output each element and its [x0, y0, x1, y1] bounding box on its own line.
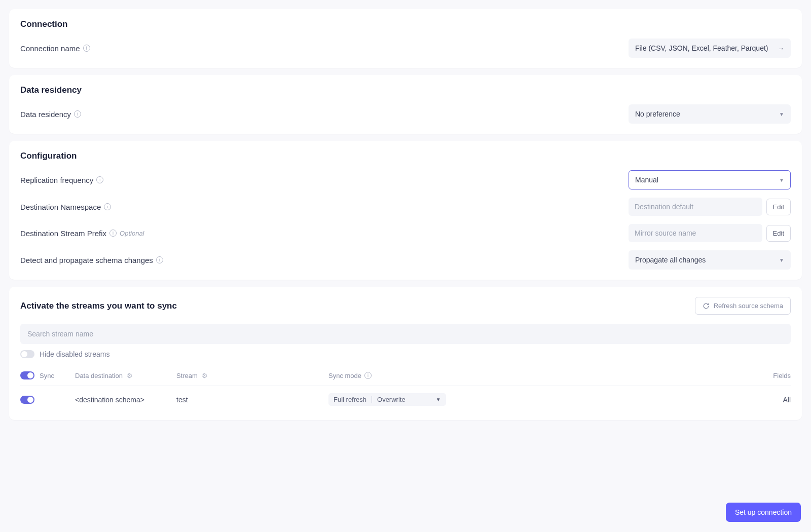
hide-disabled-toggle[interactable] [20, 350, 34, 358]
residency-card: Data residency Data residency i No prefe… [9, 75, 802, 134]
prefix-label-text: Destination Stream Prefix [20, 229, 106, 238]
connection-name-select[interactable]: File (CSV, JSON, Excel, Feather, Parquet… [629, 39, 791, 58]
replication-row: Replication frequency i Manual ▼ [20, 170, 791, 189]
sync-mode-select[interactable]: Full refresh Overwrite ▼ [328, 393, 446, 406]
streams-header: Activate the streams you want to sync Re… [20, 297, 791, 315]
streams-card: Activate the streams you want to sync Re… [9, 287, 802, 420]
hide-disabled-label: Hide disabled streams [40, 350, 110, 358]
replication-label: Replication frequency i [20, 176, 103, 184]
streams-table-header: Sync Data destination ⚙ Stream ⚙ Sync mo… [20, 367, 791, 386]
row-stream-cell: test [176, 396, 328, 404]
replication-control: Manual ▼ [629, 170, 791, 189]
prefix-label: Destination Stream Prefix i Optional [20, 229, 144, 238]
col-dest-header: Data destination ⚙ [75, 372, 176, 379]
stream-row: <destination schema> test Full refresh O… [20, 386, 791, 410]
refresh-schema-button[interactable]: Refresh source schema [695, 297, 791, 315]
residency-row: Data residency i No preference ▼ [20, 104, 791, 124]
stream-sync-toggle[interactable] [20, 396, 34, 404]
residency-select[interactable]: No preference ▼ [629, 104, 791, 124]
col-sync-header: Sync [20, 371, 75, 379]
connection-name-label: Connection name i [20, 44, 90, 53]
sync-mode-right: Overwrite [377, 396, 406, 403]
schema-value: Propagate all changes [635, 256, 706, 264]
prefix-control: Edit [629, 224, 791, 242]
divider [372, 396, 372, 403]
sync-mode-left: Full refresh [334, 396, 366, 403]
connection-card: Connection Connection name i File (CSV, … [9, 9, 802, 68]
schema-control: Propagate all changes ▼ [629, 250, 791, 270]
chevron-down-icon: ▼ [779, 257, 784, 263]
prefix-row: Destination Stream Prefix i Optional Edi… [20, 224, 791, 242]
connection-name-value: File (CSV, JSON, Excel, Feather, Parquet… [635, 44, 768, 52]
schema-label-text: Detect and propagate schema changes [20, 256, 153, 264]
connection-title: Connection [20, 19, 791, 29]
row-syncmode-cell: Full refresh Overwrite ▼ [328, 393, 750, 406]
replication-select[interactable]: Manual ▼ [629, 170, 791, 189]
schema-select[interactable]: Propagate all changes ▼ [629, 250, 791, 270]
chevron-down-icon: ▼ [779, 111, 784, 117]
row-sync-cell [20, 396, 75, 404]
residency-value: No preference [635, 110, 680, 118]
schema-row: Detect and propagate schema changes i Pr… [20, 250, 791, 270]
info-icon[interactable]: i [156, 256, 163, 263]
streams-title: Activate the streams you want to sync [20, 301, 177, 311]
residency-label: Data residency i [20, 110, 81, 119]
sync-all-toggle[interactable] [20, 371, 34, 379]
optional-text: Optional [120, 230, 144, 237]
syncmode-header-label: Sync mode [328, 372, 361, 379]
schema-label: Detect and propagate schema changes i [20, 256, 163, 264]
info-icon[interactable]: i [96, 176, 103, 183]
connection-name-row: Connection name i File (CSV, JSON, Excel… [20, 39, 791, 58]
info-icon[interactable]: i [104, 203, 111, 210]
namespace-label-text: Destination Namespace [20, 203, 101, 211]
row-fields-cell: All [750, 396, 791, 404]
gear-icon[interactable]: ⚙ [202, 372, 208, 379]
chevron-down-icon: ▼ [779, 177, 784, 183]
prefix-edit-button[interactable]: Edit [766, 225, 791, 242]
arrow-icon: → [778, 45, 784, 52]
hide-disabled-row: Hide disabled streams [20, 350, 791, 358]
namespace-label: Destination Namespace i [20, 203, 111, 211]
refresh-schema-label: Refresh source schema [714, 302, 783, 310]
stream-header-label: Stream [176, 372, 198, 379]
configuration-title: Configuration [20, 151, 791, 161]
col-syncmode-header: Sync mode i [328, 372, 750, 379]
gear-icon[interactable]: ⚙ [127, 372, 133, 379]
refresh-icon [703, 302, 710, 310]
namespace-input[interactable] [629, 198, 762, 216]
configuration-card: Configuration Replication frequency i Ma… [9, 141, 802, 280]
col-stream-header: Stream ⚙ [176, 372, 328, 379]
residency-label-text: Data residency [20, 110, 71, 119]
prefix-input[interactable] [629, 224, 762, 242]
connection-name-label-text: Connection name [20, 44, 80, 53]
info-icon[interactable]: i [83, 45, 90, 52]
col-fields-header: Fields [750, 372, 791, 379]
info-icon[interactable]: i [109, 230, 117, 237]
row-dest-cell: <destination schema> [75, 396, 176, 404]
sync-header-label: Sync [40, 372, 54, 379]
stream-search-input[interactable] [20, 324, 791, 344]
chevron-down-icon: ▼ [436, 397, 441, 402]
namespace-control: Edit [629, 198, 791, 216]
info-icon[interactable]: i [364, 372, 372, 379]
replication-value: Manual [635, 176, 658, 184]
residency-control: No preference ▼ [629, 104, 791, 124]
dest-header-label: Data destination [75, 372, 123, 379]
info-icon[interactable]: i [74, 110, 81, 118]
replication-label-text: Replication frequency [20, 176, 93, 184]
residency-title: Data residency [20, 85, 791, 95]
namespace-edit-button[interactable]: Edit [766, 199, 791, 215]
connection-name-control: File (CSV, JSON, Excel, Feather, Parquet… [629, 39, 791, 58]
namespace-row: Destination Namespace i Edit [20, 198, 791, 216]
